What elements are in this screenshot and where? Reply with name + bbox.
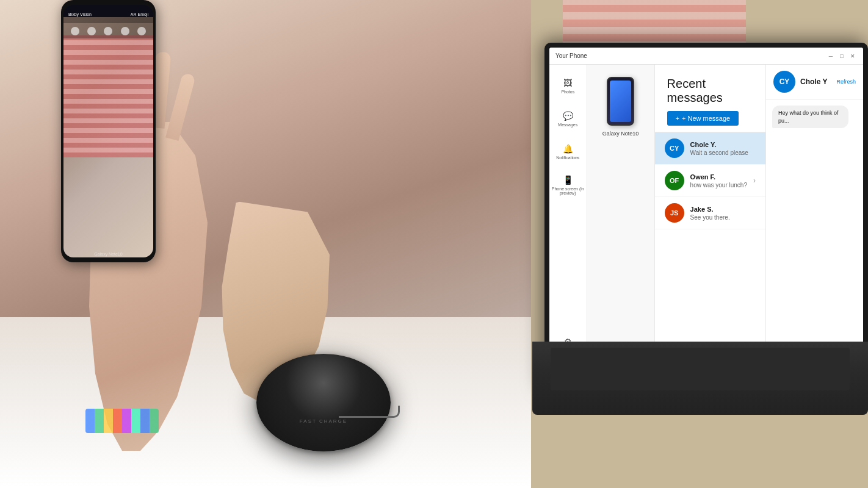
phone-top-bar: Bixby Vision AR Emoji xyxy=(63,5,153,23)
camera-content xyxy=(63,17,153,257)
message-name-chole: Chole Y. xyxy=(690,141,756,148)
sidebar-item-notifications[interactable]: 🔔 Notifications xyxy=(549,137,586,167)
avatar-jake-initials: JS xyxy=(670,209,678,217)
messages-main: Recent messages + + New message xyxy=(655,65,765,366)
fast-charge-label: FAST CHARGE xyxy=(300,418,347,424)
phone-screen-label: Phone screen (in preview) xyxy=(549,187,586,195)
maximize-btn[interactable]: □ xyxy=(837,52,846,60)
laptop-screen-inner: Your Phone ─ □ ✕ 🖼 Photos xyxy=(549,48,863,386)
notifications-icon: 🔔 xyxy=(563,144,573,154)
laptop-screen-outer: Your Phone ─ □ ✕ 🖼 Photos xyxy=(544,43,868,390)
app-titlebar: Your Phone ─ □ ✕ xyxy=(549,48,863,65)
conversation-panel: CY Chole Y Refresh Hey what do you think… xyxy=(765,65,863,366)
new-message-plus: + xyxy=(676,115,679,122)
message-item-jake[interactable]: JS Jake S. See you there. xyxy=(655,197,765,229)
minimize-btn[interactable]: ─ xyxy=(826,52,835,60)
device-phone-image xyxy=(607,77,634,126)
phone-mode-bar xyxy=(63,23,153,38)
app-content: 🖼 Photos 💬 Messages 🔔 Notifications xyxy=(549,65,863,366)
app-sidebar: 🖼 Photos 💬 Messages 🔔 Notifications xyxy=(549,65,587,366)
galaxy-note-label: Galaxy Note10 xyxy=(94,252,122,256)
color-swatches xyxy=(85,409,159,433)
new-message-label: + New message xyxy=(682,115,730,122)
new-message-button[interactable]: + + New message xyxy=(667,111,739,126)
laptop-base xyxy=(532,342,868,415)
mode-icon-5 xyxy=(137,27,146,35)
mode-icon-1 xyxy=(71,27,79,35)
mode-icon-2 xyxy=(87,27,96,35)
mode-icon-3 xyxy=(104,27,112,35)
bixby-vision-label: Bixby Vision xyxy=(68,12,92,16)
avatar-owen: OF xyxy=(665,171,684,190)
conv-avatar: CY xyxy=(773,71,795,93)
your-phone-app: Your Phone ─ □ ✕ 🖼 Photos xyxy=(549,48,863,366)
message-info-chole: Chole Y. Wait a second please xyxy=(690,141,756,156)
device-section: Galaxy Note10 xyxy=(587,65,655,366)
avatar-jake: JS xyxy=(665,203,684,223)
sidebar-item-photos[interactable]: 🖼 Photos xyxy=(549,71,586,101)
message-arrow-owen: › xyxy=(753,176,756,185)
charge-pad-body: FAST CHARGE xyxy=(256,354,391,451)
photos-label: Photos xyxy=(561,90,574,94)
notifications-label: Notifications xyxy=(556,156,579,160)
finger-4 xyxy=(165,73,196,141)
recent-messages-title: Recent messages xyxy=(667,77,753,105)
samsung-phone: Bixby Vision AR Emoji Galaxy Note10 xyxy=(61,0,156,262)
laptop-keyboard xyxy=(551,348,850,390)
conversation-header: CY Chole Y Refresh xyxy=(766,65,863,99)
message-info-owen: Owen F. how was your lunch? xyxy=(690,173,747,188)
app-title: Your Phone xyxy=(555,52,587,59)
phone-camera-clothing xyxy=(63,35,153,157)
close-btn[interactable]: ✕ xyxy=(848,52,857,60)
ar-emoji-label: AR Emoji xyxy=(131,12,148,16)
message-item-owen[interactable]: OF Owen F. how was your lunch? › xyxy=(655,165,765,197)
avatar-chole-initials: CY xyxy=(670,145,679,152)
message-info-jake: Jake S. See you there. xyxy=(690,206,756,221)
contact-info: CY Chole Y xyxy=(773,71,827,93)
laptop: Your Phone ─ □ ✕ 🖼 Photos xyxy=(532,43,868,439)
mode-icon-4 xyxy=(121,27,129,35)
sidebar-item-messages[interactable]: 💬 Messages xyxy=(549,104,586,134)
messages-icon: 💬 xyxy=(563,111,573,121)
titlebar-controls: ─ □ ✕ xyxy=(826,52,857,60)
message-preview-chole: Wait a second please xyxy=(690,149,756,156)
sidebar-item-phone-screen[interactable]: 📱 Phone screen (in preview) xyxy=(549,170,586,200)
message-name-owen: Owen F. xyxy=(690,173,747,181)
refresh-button[interactable]: Refresh xyxy=(836,79,856,85)
avatar-owen-initials: OF xyxy=(670,177,679,184)
messages-header: Recent messages + + New message xyxy=(655,65,765,132)
messages-label: Messages xyxy=(558,123,577,127)
message-text-1: Hey what do you think of pu... xyxy=(772,106,848,128)
message-item-chole[interactable]: CY Chole Y. Wait a second please xyxy=(655,132,765,165)
avatar-chole: CY xyxy=(665,138,684,158)
message-bubble-1: Hey what do you think of pu... xyxy=(772,106,848,128)
conversation-messages: Hey what do you think of pu... xyxy=(766,99,863,343)
message-name-jake: Jake S. xyxy=(690,206,756,213)
device-name-label: Galaxy Note10 xyxy=(602,131,639,137)
fast-charge-pad: FAST CHARGE xyxy=(244,342,403,451)
message-preview-jake: See you there. xyxy=(690,214,756,221)
conv-avatar-initials: CY xyxy=(779,77,790,86)
phone-screen-icon: 📱 xyxy=(563,175,573,185)
conv-contact-name: Chole Y xyxy=(800,77,827,86)
phone-screen: Bixby Vision AR Emoji xyxy=(63,5,153,257)
photos-icon: 🖼 xyxy=(563,78,572,88)
message-preview-owen: how was your lunch? xyxy=(690,182,747,188)
charging-cable xyxy=(339,406,400,418)
device-phone-screen-img xyxy=(610,81,631,122)
message-list: CY Chole Y. Wait a second please xyxy=(655,132,765,353)
